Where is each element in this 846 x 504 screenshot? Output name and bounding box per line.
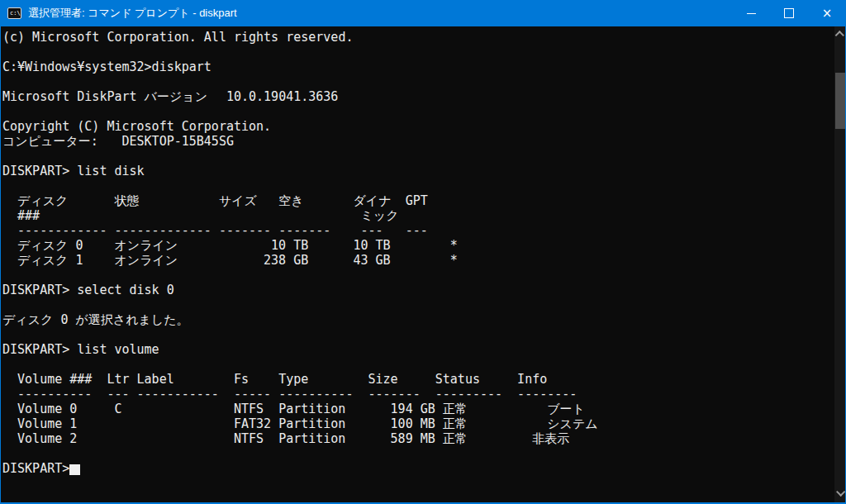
console-text: Partition xyxy=(278,431,345,446)
cmd-icon: c:\ xyxy=(7,7,21,19)
console-text: システム xyxy=(547,416,597,431)
console-line: ディスク 1オンライン238 GB43 GB* xyxy=(2,253,829,268)
console-output[interactable]: (c) Microsoft Corporation. All rights re… xyxy=(0,26,834,502)
console-text: Info xyxy=(517,372,547,387)
console-line: ----------------------------------------… xyxy=(2,387,829,402)
console-text: NTFS xyxy=(234,402,264,416)
window-title: 選択管理者: コマンド プロンプト - diskpart xyxy=(28,6,732,21)
console-text: ---------- xyxy=(17,387,92,402)
chevron-up-icon xyxy=(835,31,844,40)
console-text: C xyxy=(114,402,121,416)
console-text: オンライン xyxy=(114,253,178,268)
console-text: (c) Microsoft Corporation. All rights re… xyxy=(2,30,353,45)
console-text: 238 GB xyxy=(264,253,308,268)
console-text: ----------- xyxy=(137,387,219,402)
console-line: Volume 0CNTFSPartition194 GB正常ブート xyxy=(2,402,829,416)
console-text: --- xyxy=(107,387,129,402)
console-text: サイズ xyxy=(219,193,257,208)
console-text: 空き xyxy=(278,193,303,208)
console-line: ディスク 0オンライン10 TB10 TB* xyxy=(2,238,829,253)
console-line: コンピューター:DESKTOP-15B45SG xyxy=(2,134,829,149)
console-line: Volume ###LtrLabelFsTypeSizeStatusInfo xyxy=(2,372,829,387)
console-text: 10 TB xyxy=(353,238,390,253)
console-text: Volume 1 xyxy=(17,416,77,431)
console-text: ディスク 0 xyxy=(17,238,83,253)
console-text: --- xyxy=(360,223,383,238)
console-text: 10.0.19041.3636 xyxy=(226,89,338,104)
console-text: DISKPART> list disk xyxy=(2,164,145,178)
console-line: Volume 2NTFSPartition589 MB正常非表示 xyxy=(2,431,829,446)
console-text: 10 TB xyxy=(271,238,308,253)
vertical-scrollbar[interactable] xyxy=(834,26,846,502)
console-text: 正常 xyxy=(443,402,468,416)
console-text: Size xyxy=(368,372,398,387)
console-text: --------- xyxy=(435,387,502,402)
console-text: ダイナ xyxy=(353,193,391,208)
console-text: NTFS xyxy=(234,431,264,446)
console-text: Partition xyxy=(278,416,345,431)
console-line: (c) Microsoft Corporation. All rights re… xyxy=(2,30,829,45)
console-text: 100 MB xyxy=(391,416,435,431)
console-text: 正常 xyxy=(443,416,468,431)
minimize-button[interactable] xyxy=(732,0,770,26)
console-text: Partition xyxy=(278,402,345,416)
console-text: * xyxy=(450,253,458,268)
console-text: ----- xyxy=(234,387,271,402)
console-line: Volume 1FAT32Partition100 MB正常システム xyxy=(2,416,829,431)
console-text: DISKPART> list volume xyxy=(2,342,159,357)
title-bar[interactable]: c:\ 選択管理者: コマンド プロンプト - diskpart × xyxy=(0,0,846,26)
console-text: ミック xyxy=(360,208,398,223)
close-icon: × xyxy=(822,7,833,20)
chevron-down-icon xyxy=(836,487,845,497)
console-text: C:¥Windows¥system32>diskpart xyxy=(2,59,212,74)
cmd-window: c:\ 選択管理者: コマンド プロンプト - diskpart × (c) M… xyxy=(0,0,846,504)
console-line: ディスク 0 が選択されました。 xyxy=(2,312,829,327)
console-text: バージョン xyxy=(145,89,207,104)
console-text: Fs xyxy=(234,372,249,387)
console-text: 194 GB xyxy=(391,402,435,416)
close-button[interactable]: × xyxy=(808,0,846,26)
console-text: ### xyxy=(17,208,40,223)
console-text: DISKPART> xyxy=(2,461,69,476)
console-line: ----------------------------------------… xyxy=(2,223,829,238)
console-text: Volume 2 xyxy=(17,431,77,446)
console-text: ------------- xyxy=(114,223,211,238)
console-text: ---------- xyxy=(278,387,353,402)
console-line: ###ミック xyxy=(2,208,829,223)
minimize-icon xyxy=(747,13,756,14)
console-text: 正常 xyxy=(443,431,468,446)
console-text: 非表示 xyxy=(532,431,569,446)
console-text: コンピューター: xyxy=(2,134,98,149)
maximize-button[interactable] xyxy=(770,0,808,26)
console-line: DISKPART> list disk xyxy=(2,164,829,178)
console-text: ディスク 0 が選択されました。 xyxy=(2,312,189,327)
console-line: DISKPART> list volume xyxy=(2,342,829,357)
console-line: C:¥Windows¥system32>diskpart xyxy=(2,59,829,74)
console-text: FAT32 xyxy=(234,416,271,431)
maximize-icon xyxy=(784,8,794,18)
console-text: --- xyxy=(406,223,428,238)
console-text: オンライン xyxy=(114,238,178,253)
console-text: * xyxy=(450,238,458,253)
scroll-up-button[interactable] xyxy=(834,28,846,41)
console-text: Volume ### xyxy=(17,372,92,387)
console-text: ブート xyxy=(547,402,585,416)
console-text: ------- xyxy=(219,223,271,238)
console-line: DISKPART> select disk 0 xyxy=(2,283,829,297)
console-text: 43 GB xyxy=(353,253,390,268)
console-line: DISKPART> xyxy=(2,461,829,476)
console-text: Microsoft DiskPart xyxy=(2,89,137,104)
console-text: DISKPART> select disk 0 xyxy=(2,283,174,297)
console-line: Copyright (C) Microsoft Corporation. xyxy=(2,119,829,134)
console-text: Ltr xyxy=(107,372,129,387)
console-text: -------- xyxy=(517,387,577,402)
console-text: ------------ xyxy=(17,223,107,238)
console-text: ------- xyxy=(278,223,330,238)
console-text: 状態 xyxy=(114,193,139,208)
scroll-down-button[interactable] xyxy=(834,486,846,499)
scrollbar-thumb[interactable] xyxy=(835,73,845,129)
console-text: ディスク 1 xyxy=(17,253,83,268)
console-text: Volume 0 xyxy=(17,402,77,416)
console-text: GPT xyxy=(406,193,428,208)
console-text: ディスク xyxy=(17,193,68,208)
